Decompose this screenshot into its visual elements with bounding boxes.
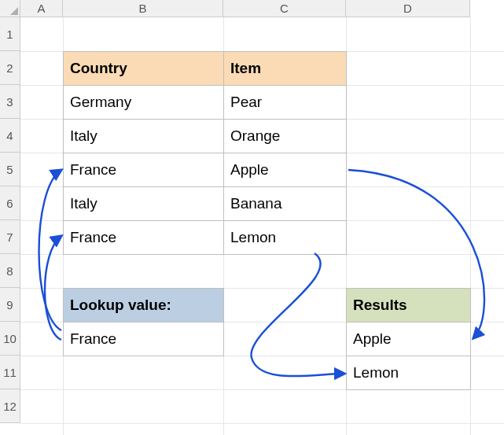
results-value-cell[interactable]: Apple (346, 322, 471, 356)
cell-text: Pear (230, 94, 262, 111)
lookup-label: Lookup value: (70, 297, 171, 314)
row-header-7[interactable]: 7 (0, 220, 20, 254)
table-cell-country[interactable]: France (63, 220, 224, 255)
header-text: Item (230, 60, 261, 77)
col-header-B[interactable]: B (63, 0, 223, 17)
row-header-6[interactable]: 6 (0, 186, 20, 220)
row-label: 8 (6, 264, 13, 278)
table-header-country[interactable]: Country (63, 51, 224, 86)
results-value: Apple (353, 330, 392, 348)
results-label-cell[interactable]: Results (346, 288, 471, 323)
cell-text: Orange (230, 127, 280, 145)
table-cell-country[interactable]: Italy (63, 186, 224, 221)
results-value: Lemon (353, 364, 399, 382)
row-header-12[interactable]: 12 (0, 389, 20, 423)
col-header-C[interactable]: C (223, 0, 346, 17)
row-header-11[interactable]: 11 (0, 356, 20, 389)
cell-text: Italy (70, 195, 97, 212)
row-label: 5 (6, 163, 13, 176)
row-header-5[interactable]: 5 (0, 153, 20, 186)
cell-text: Banana (230, 195, 282, 212)
col-header-D[interactable]: D (346, 0, 470, 17)
col-label: C (280, 2, 289, 15)
row-label: 1 (6, 28, 13, 41)
cell-text: France (70, 229, 116, 246)
col-label: A (37, 2, 45, 15)
spreadsheet: A B C D 1 2 3 4 5 6 7 8 9 10 11 12 Count… (0, 0, 504, 435)
table-cell-item[interactable]: Pear (223, 85, 347, 120)
row-header-3[interactable]: 3 (0, 85, 20, 119)
row-label: 7 (6, 230, 13, 244)
row-header-9[interactable]: 9 (0, 288, 20, 322)
row-label: 12 (3, 400, 17, 413)
results-value-cell[interactable]: Lemon (346, 356, 471, 390)
table-header-item[interactable]: Item (223, 51, 347, 86)
col-header-A[interactable]: A (20, 0, 63, 17)
row-label: 10 (3, 332, 17, 345)
row-label: 4 (6, 129, 13, 142)
table-cell-item[interactable]: Apple (223, 153, 347, 187)
row-label: 2 (6, 61, 13, 75)
cell-text: Germany (70, 94, 131, 111)
table-cell-item[interactable]: Orange (223, 119, 347, 153)
select-all-triangle-icon (10, 7, 18, 15)
row-header-4[interactable]: 4 (0, 119, 20, 153)
header-text: Country (70, 60, 127, 77)
select-all-corner[interactable] (0, 0, 20, 17)
row-label: 9 (6, 298, 13, 312)
table-cell-country[interactable]: Italy (63, 119, 224, 153)
row-header-2[interactable]: 2 (0, 51, 20, 85)
row-label: 11 (3, 366, 17, 379)
cell-text: Italy (70, 127, 97, 145)
col-label: B (138, 2, 146, 15)
cell-text: France (70, 161, 116, 179)
table-cell-country[interactable]: France (63, 153, 224, 187)
col-label: D (403, 2, 412, 15)
row-header-8[interactable]: 8 (0, 254, 20, 288)
table-cell-country[interactable]: Germany (63, 85, 224, 120)
cell-text: Lemon (230, 229, 276, 246)
row-label: 6 (6, 197, 13, 210)
table-cell-item[interactable]: Lemon (223, 220, 347, 255)
results-label: Results (353, 297, 407, 314)
lookup-value-cell[interactable]: France (63, 322, 224, 356)
lookup-value: France (70, 330, 116, 348)
row-label: 3 (6, 95, 13, 109)
lookup-label-cell[interactable]: Lookup value: (63, 288, 224, 323)
cell-text: Apple (230, 161, 269, 179)
row-header-10[interactable]: 10 (0, 322, 20, 356)
table-cell-item[interactable]: Banana (223, 186, 347, 221)
row-header-1[interactable]: 1 (0, 17, 20, 51)
